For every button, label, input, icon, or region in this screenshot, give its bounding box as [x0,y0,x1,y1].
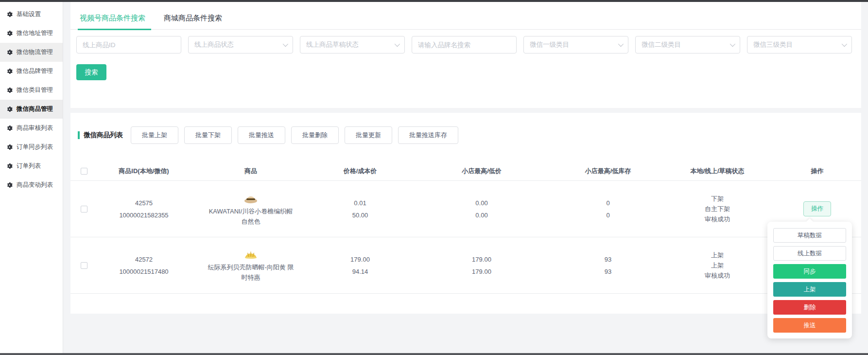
online-product-id-input[interactable] [83,41,175,49]
select-all-checkbox[interactable] [81,168,87,175]
price-cost-cell: 179.00 94.14 [312,253,409,278]
status-draft: 审核成功 [661,214,773,224]
gear-icon [6,30,13,36]
cost: 50.00 [312,209,409,221]
product-cell: KAWATANI/川谷小卷檐编织帽 自然色 [190,192,312,227]
main-content: 视频号商品条件搜索 商城商品条件搜索 线上商品状态 线上商品草稿状态 [63,2,868,353]
gear-icon [6,106,13,112]
filter-row: 线上商品状态 线上商品草稿状态 微信一级类目 微信二级类目 [76,36,861,53]
sidebar-item-label: 微信物流管理 [17,48,53,56]
sidebar-item-wechat-logistics[interactable]: 微信物流管理 [0,43,63,62]
menu-item-delete[interactable]: 删除 [773,300,846,315]
row-checkbox[interactable] [81,206,87,213]
menu-item-online-data[interactable]: 线上数据 [773,246,846,261]
chevron-down-icon [395,41,400,47]
price: 0.01 [312,197,409,209]
chevron-down-icon [730,41,735,47]
batch-update-button[interactable]: 批量更新 [345,126,392,144]
batch-onshelf-button[interactable]: 批量上架 [131,126,178,144]
menu-item-onshelf[interactable]: 上架 [773,282,846,297]
shop-high: 0.00 [409,197,555,209]
shop-low: 179.00 [409,266,555,278]
wechat-cat1-select[interactable]: 微信一级类目 [523,36,628,53]
row-checkbox[interactable] [81,262,87,269]
status-online: 上架 [661,260,773,270]
gear-icon [6,49,13,55]
window-bottom-edge [0,353,868,355]
sidebar-item-basic-settings[interactable]: 基础设置 [0,5,63,24]
product-list-card: 微信商品列表 批量上架 批量下架 批量推送 批量删除 批量更新 批量推送库存 商… [70,113,861,314]
gear-icon [6,125,13,131]
table-row: 42575 10000021582355 KAWATANI/川谷小卷檐编织帽 自… [70,181,861,237]
brand-search-input[interactable] [418,41,510,49]
chevron-down-icon [842,41,847,47]
sidebar-item-wechat-address[interactable]: 微信地址管理 [0,24,63,43]
wechat-cat2-select[interactable]: 微信二级类目 [635,36,740,53]
shop-price-cell: 0.00 0.00 [409,197,555,221]
col-price-cost: 价格/成本价 [312,167,409,176]
batch-push-button[interactable]: 批量推送 [238,126,285,144]
draft-status-select[interactable]: 线上商品草稿状态 [300,36,405,53]
col-product: 商品 [190,167,312,176]
batch-push-stock-button[interactable]: 批量推送库存 [398,126,458,144]
sidebar-item-label: 订单同步列表 [17,143,53,151]
shop-stock-cell: 0 0 [555,197,661,221]
batch-delete-button[interactable]: 批量删除 [291,126,339,144]
col-actions: 操作 [773,167,861,176]
sidebar-item-product-change[interactable]: 商品变动列表 [0,176,63,195]
tab-video-product-search[interactable]: 视频号商品条件搜索 [80,14,145,29]
sidebar-item-wechat-brand[interactable]: 微信品牌管理 [0,62,63,81]
shop-high: 179.00 [409,253,555,266]
list-title: 微信商品列表 [84,131,123,140]
sidebar-item-wechat-category[interactable]: 微信类目管理 [0,81,63,100]
section-accent-bar [78,131,80,139]
chevron-down-icon [283,41,288,47]
stock-low: 0 [555,209,661,221]
list-header: 微信商品列表 批量上架 批量下架 批量推送 批量删除 批量更新 批量推送库存 [70,126,861,144]
menu-item-push[interactable]: 推送 [773,318,846,333]
product-id-cell: 42575 10000021582355 [98,197,190,221]
status-cell: 下架 自主下架 审核成功 [661,194,773,224]
col-status: 本地/线上/草稿状态 [661,167,773,176]
online-status-select[interactable]: 线上商品状态 [188,36,293,53]
online-status-value: 线上商品状态 [194,40,234,49]
menu-item-draft-data[interactable]: 草稿数据 [773,228,846,243]
online-product-id-field [76,36,181,53]
status-cell: 上架 上架 审核成功 [661,250,773,281]
batch-offshelf-button[interactable]: 批量下架 [184,126,232,144]
action-dropdown-menu: 草稿数据 线上数据 同步 上架 删除 推送 [767,222,852,338]
menu-item-sync[interactable]: 同步 [773,264,846,279]
table-header-row: 商品ID(本地/微信) 商品 价格/成本价 小店最高/低价 小店最高/低库存 本… [70,161,861,181]
gear-icon [6,87,13,93]
sidebar-item-label: 微信品牌管理 [17,67,53,75]
search-button[interactable]: 搜索 [76,64,106,80]
product-id-cell: 42572 10000021517480 [98,253,190,278]
stock-high: 0 [555,197,661,209]
shop-low: 0.00 [409,209,555,221]
tab-mall-product-search[interactable]: 商城商品条件搜索 [164,14,222,29]
col-product-id: 商品ID(本地/微信) [98,167,190,176]
wechat-cat2-value: 微信二级类目 [642,40,681,49]
sidebar-item-label: 基础设置 [17,10,41,18]
product-name: KAWATANI/川谷小卷檐编织帽 自然色 [206,206,296,227]
gear-icon [6,163,13,169]
gear-icon [6,11,13,18]
local-id: 42572 [98,253,190,266]
status-online: 自主下架 [661,204,773,214]
status-local: 下架 [661,194,773,204]
draft-status-value: 线上商品草稿状态 [306,40,359,49]
product-cell: 纭际系列贝壳防晒帽-向阳黄 限时特惠 [190,248,312,283]
sidebar-item-wechat-product[interactable]: 微信商品管理 [0,100,63,119]
gear-icon [6,68,13,74]
local-id: 42575 [98,197,190,209]
sidebar-item-label: 微信类目管理 [17,86,53,94]
product-image-straw-hat [243,192,258,204]
price: 179.00 [312,253,409,266]
gear-icon [6,144,13,150]
wechat-cat3-select[interactable]: 微信三级类目 [747,36,852,53]
row-action-button[interactable]: 操作 [803,201,831,216]
sidebar-item-product-review[interactable]: 商品审核列表 [0,119,63,138]
sidebar-item-order-sync[interactable]: 订单同步列表 [0,138,63,157]
sidebar-item-order-list[interactable]: 订单列表 [0,157,63,176]
product-table: 商品ID(本地/微信) 商品 价格/成本价 小店最高/低价 小店最高/低库存 本… [70,161,861,294]
